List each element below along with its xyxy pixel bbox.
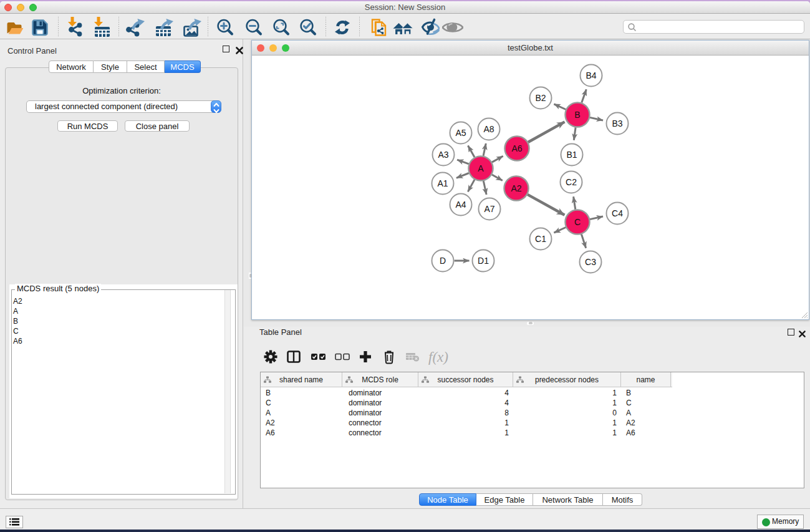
svg-text:C3: C3	[585, 257, 596, 267]
svg-text:A6: A6	[511, 143, 522, 153]
svg-text:C2: C2	[566, 177, 577, 187]
svg-text:B: B	[574, 110, 580, 120]
svg-text:A3: A3	[438, 150, 448, 160]
svg-text:D1: D1	[478, 256, 489, 266]
svg-text:B2: B2	[535, 93, 546, 103]
svg-text:A1: A1	[437, 178, 448, 188]
svg-text:f(x): f(x)	[428, 349, 448, 365]
svg-text:C: C	[574, 217, 581, 227]
svg-text:A2: A2	[511, 183, 521, 193]
svg-text:A7: A7	[484, 204, 494, 214]
svg-text:D: D	[440, 256, 446, 266]
svg-text:B4: B4	[586, 70, 596, 80]
svg-text:A8: A8	[483, 124, 494, 134]
svg-text:B1: B1	[566, 150, 577, 160]
svg-text:A: A	[478, 163, 484, 173]
svg-text:A4: A4	[455, 200, 466, 210]
svg-text:C4: C4	[612, 208, 623, 218]
svg-text:A5: A5	[455, 128, 466, 138]
svg-text:B3: B3	[612, 118, 622, 128]
svg-text:C1: C1	[535, 234, 546, 244]
